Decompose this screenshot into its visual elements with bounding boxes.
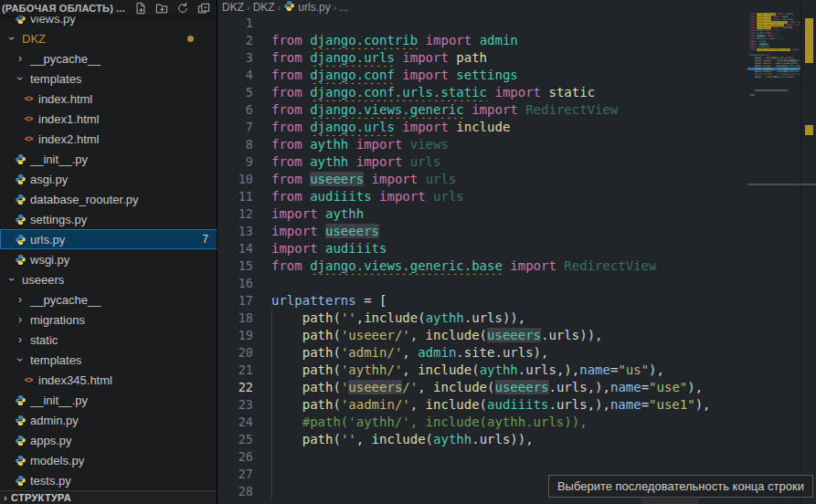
- code-line-7[interactable]: 7from django.urls import include: [218, 119, 747, 136]
- code-line-8[interactable]: 8from aythh import views: [218, 136, 747, 153]
- collapse-folders-icon[interactable]: [196, 1, 211, 16]
- html-file-icon: <>: [22, 134, 35, 143]
- code-line-text: [271, 448, 747, 466]
- tree-item-index.html[interactable]: <>index.html: [0, 89, 217, 109]
- refresh-icon[interactable]: [175, 1, 190, 16]
- code-line-25[interactable]: 25 path('', include(aythh.urls)),: [218, 431, 747, 448]
- html-file-icon: <>: [22, 114, 35, 123]
- code-line-11[interactable]: 11from audiiits import urls: [218, 188, 747, 205]
- breadcrumb-item[interactable]: ...: [339, 1, 348, 14]
- new-folder-icon[interactable]: [154, 1, 169, 16]
- tree-item-label: templates: [30, 72, 81, 86]
- line-number: 28: [218, 483, 253, 500]
- code-line-text: from django.contrib import admin: [271, 32, 747, 49]
- code-line-6[interactable]: 6from django.views.generic import Redire…: [218, 101, 747, 119]
- code-line-15[interactable]: 15from django.views.generic.base import …: [218, 257, 747, 275]
- breadcrumb-item[interactable]: urls.py: [283, 0, 330, 15]
- breadcrumb-item[interactable]: DKZ: [253, 1, 275, 14]
- tree-item-useeers[interactable]: ›useeers: [0, 269, 217, 289]
- minimap-line: from django.views.generic.base import Re…: [747, 48, 800, 51]
- line-number: 1: [218, 15, 253, 32]
- code-line-23[interactable]: 23 path('aadmin/', include(audiiits.urls…: [218, 396, 747, 414]
- code-line-text: from django.conf.urls.static import stat…: [271, 84, 747, 101]
- code-line-19[interactable]: 19 path('useeer/', include(useeers.urls)…: [218, 327, 747, 344]
- code-line-4[interactable]: 4from django.conf import settings: [218, 67, 747, 84]
- tree-item-label: static: [30, 333, 58, 347]
- editor-pane[interactable]: DKZ›DKZ›urls.py›... 12from django.contri…: [218, 0, 816, 504]
- workspace-title: (РАБОЧАЯ ОБЛАСТЬ) ...: [2, 3, 133, 14]
- code-line-17[interactable]: 17urlpatterns = [: [218, 292, 747, 310]
- minimap[interactable]: from django.contrib import adminfrom dja…: [747, 0, 801, 504]
- python-file-icon: [14, 214, 26, 226]
- new-file-icon[interactable]: [133, 1, 148, 16]
- line-number: 10: [218, 171, 253, 188]
- eol-tooltip-text: Выберите последовательность конца строки: [557, 479, 804, 493]
- line-number: 5: [218, 84, 253, 101]
- tree-item-asgi.py[interactable]: asgi.py: [0, 169, 217, 189]
- tree-item-__pycache__[interactable]: ›__pycache__: [0, 48, 217, 68]
- tree-item-label: index2.html: [38, 132, 99, 146]
- code-line-1[interactable]: 1: [218, 15, 747, 32]
- breadcrumb-item[interactable]: DKZ: [222, 1, 244, 14]
- code-line-20[interactable]: 20 path('admin/', admin.site.urls),: [218, 344, 747, 362]
- tree-item-urls.py[interactable]: urls.py7: [0, 229, 217, 249]
- tree-item-__init__.py[interactable]: __init__.py: [0, 149, 217, 169]
- python-file-icon: [14, 153, 26, 165]
- code-line-2[interactable]: 2from django.contrib import admin: [218, 32, 747, 49]
- code-line-9[interactable]: 9from aythh import urls: [218, 153, 747, 171]
- code-line-24[interactable]: 24 #path('aythh/', include(aythh.urls)),: [218, 414, 747, 431]
- tree-item-templates[interactable]: ›templates: [0, 68, 217, 89]
- tree-item-__init__.py[interactable]: __init__.py: [0, 390, 217, 410]
- code-line-3[interactable]: 3from django.urls import path: [218, 49, 747, 67]
- line-number: 22: [218, 379, 253, 396]
- tree-item-label: __init__.py: [30, 152, 88, 166]
- line-number: 3: [218, 49, 253, 67]
- minimap-line: [747, 84, 800, 87]
- code-line-5[interactable]: 5from django.conf.urls.static import sta…: [218, 84, 747, 101]
- tree-item-apps.py[interactable]: apps.py: [0, 430, 217, 450]
- code-line-26[interactable]: 26: [218, 448, 747, 466]
- breadcrumb-item-label: urls.py: [298, 1, 330, 14]
- code-line-13[interactable]: 13import useeers: [218, 223, 747, 240]
- tree-item-admin.py[interactable]: admin.py: [0, 410, 217, 430]
- code-line-text: from django.views.generic.base import Re…: [271, 257, 747, 275]
- tree-item-index1.html[interactable]: <>index1.html: [0, 109, 217, 129]
- tree-item-models.py[interactable]: models.py: [0, 450, 217, 470]
- line-number: 12: [218, 205, 253, 223]
- code-line-18[interactable]: 18 path('',include(aythh.urls)),: [218, 310, 747, 327]
- tree-item-database_roouter.py[interactable]: database_roouter.py: [0, 189, 217, 209]
- tree-item-label: DKZ: [22, 32, 46, 46]
- tree-item-settings.py[interactable]: settings.py: [0, 209, 217, 229]
- tree-item-DKZ[interactable]: ›DKZ: [0, 28, 217, 48]
- python-file-icon: [14, 194, 26, 205]
- line-number: 27: [218, 466, 253, 483]
- code-line-10[interactable]: 10from useeers import urls: [218, 171, 747, 188]
- outline-section-header[interactable]: › СТРУКТУРА: [0, 490, 217, 504]
- tree-item-index2.html[interactable]: <>index2.html: [0, 129, 217, 149]
- explorer-section-header[interactable]: (РАБОЧАЯ ОБЛАСТЬ) ...: [0, 0, 217, 16]
- overview-ruler[interactable]: [802, 0, 816, 504]
- breadcrumb-item-label: DKZ: [253, 1, 275, 14]
- python-file-icon: [14, 455, 26, 467]
- code-area[interactable]: 12from django.contrib import admin3from …: [218, 15, 747, 500]
- tree-item-wsgi.py[interactable]: wsgi.py: [0, 249, 217, 269]
- code-line-12[interactable]: 12import aythh: [218, 205, 747, 223]
- code-line-22[interactable]: 22 path('useeers/', include(useeers.urls…: [218, 379, 747, 396]
- tree-item-templates[interactable]: ›templates: [0, 350, 217, 370]
- tree-item-label: tests.py: [30, 474, 71, 488]
- code-line-14[interactable]: 14import audiiits: [218, 240, 747, 257]
- code-line-text: [271, 15, 747, 32]
- chevron-right-icon: ›: [14, 333, 26, 346]
- tree-item-__pycache__[interactable]: ›__pycache__: [0, 289, 217, 310]
- line-number: 25: [218, 431, 253, 448]
- tree-item-label: index.html: [38, 92, 92, 106]
- code-line-16[interactable]: 16: [218, 275, 747, 292]
- code-line-text: path('', include(aythh.urls)),: [271, 431, 747, 448]
- tree-item-migrations[interactable]: ›migrations: [0, 310, 217, 330]
- tree-item-tests.py[interactable]: tests.py: [0, 470, 217, 490]
- code-line-21[interactable]: 21 path('aythh/', include(aythh.urls,),n…: [218, 362, 747, 379]
- code-line-text: path('useeer/', include(useeers.urls)),: [271, 327, 747, 344]
- tree-item-index345.html[interactable]: <>index345.html: [0, 370, 217, 390]
- tree-item-static[interactable]: ›static: [0, 330, 217, 350]
- problems-badge: 7: [202, 233, 208, 246]
